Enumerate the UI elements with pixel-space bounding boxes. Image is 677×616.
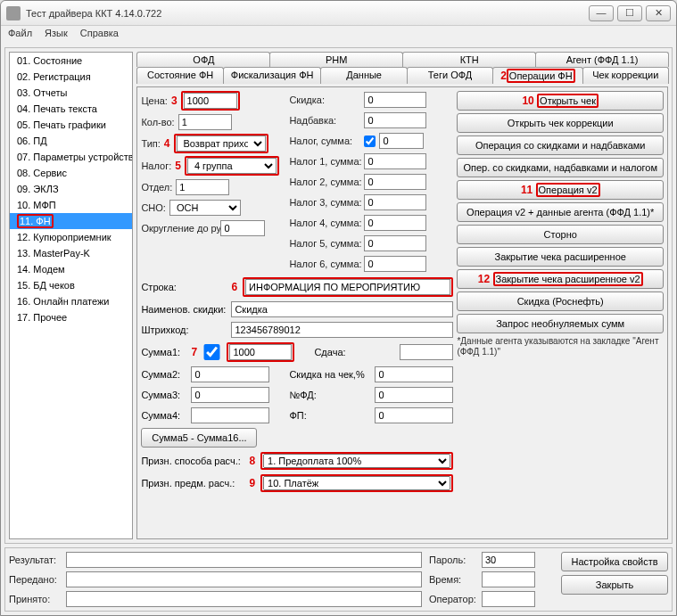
action-button-6[interactable]: Сторно [457, 225, 664, 244]
tax-label: Налог: [141, 160, 171, 171]
addon-label: Надбавка: [289, 115, 360, 126]
tax1-input[interactable] [364, 153, 426, 169]
tab-Теги ОФД[interactable]: Теги ОФД [407, 67, 493, 84]
dept-input[interactable] [176, 179, 229, 195]
change-input[interactable] [400, 344, 453, 360]
sidebar-item-0[interactable]: 01. Состояние [10, 53, 132, 69]
action-button-4[interactable]: 11 Операция v2 [457, 180, 664, 200]
addon-input[interactable] [364, 112, 426, 128]
recv-label: Принято: [9, 594, 62, 604]
action-button-5[interactable]: Операция v2 + данные агента (ФФД 1.1)* [457, 202, 664, 222]
tax5-input[interactable] [364, 235, 426, 251]
sidebar-item-11[interactable]: 12. Купюроприемник [10, 229, 132, 245]
action-button-0[interactable]: 10 Открыть чек [457, 91, 664, 111]
fp-input[interactable] [375, 407, 453, 423]
tax3-input[interactable] [364, 194, 426, 210]
pwd-field[interactable] [482, 552, 535, 568]
sum4-label: Сумма4: [141, 410, 186, 421]
tab-Операции ФН[interactable]: 2Операции ФН [492, 67, 583, 84]
round-input[interactable] [220, 220, 265, 236]
chkdisc-input[interactable] [375, 366, 453, 382]
sent-label: Передано: [9, 574, 62, 585]
paysubj-label: Призн. предм. расч.: [141, 478, 244, 489]
sum2-label: Сумма2: [141, 369, 186, 380]
tab-Агент (ФФД 1.1)[interactable]: Агент (ФФД 1.1) [535, 52, 669, 67]
sidebar-item-9[interactable]: 10. МФП [10, 197, 132, 213]
discount-input[interactable] [364, 92, 426, 108]
qty-input[interactable] [178, 114, 232, 130]
sidebar-item-16[interactable]: 17. Прочее [10, 309, 132, 325]
taxsum-input[interactable] [379, 133, 424, 149]
action-button-1[interactable]: Открыть чек коррекции [457, 113, 664, 133]
sum2-input[interactable] [191, 366, 269, 382]
sidebar-item-7[interactable]: 08. Сервис [10, 165, 132, 181]
menu-lang[interactable]: Язык [45, 28, 68, 42]
sent-field[interactable] [66, 571, 422, 587]
taxsum-check[interactable] [364, 136, 376, 147]
tax-select[interactable]: 4 группа [187, 158, 277, 174]
sidebar-item-1[interactable]: 02. Регистрация [10, 69, 132, 85]
tax1-label: Налог 1, сумма: [289, 156, 360, 167]
tab-Данные[interactable]: Данные [320, 67, 407, 84]
string-input[interactable] [245, 279, 450, 295]
sidebar-item-15[interactable]: 16. Онлайн платежи [10, 293, 132, 309]
paymethod-label: Призн. способа расч.: [141, 456, 244, 466]
sno-label: СНО: [141, 202, 166, 213]
close-app-button[interactable]: Закрыть [561, 575, 668, 595]
sidebar-item-12[interactable]: 13. MasterPay-K [10, 245, 132, 261]
tab-Состояние ФН[interactable]: Состояние ФН [136, 67, 223, 84]
action-button-8[interactable]: 12 Закрытие чека расширенное v2 [457, 269, 664, 289]
sidebar-item-6[interactable]: 07. Параметры устройства [10, 149, 132, 165]
fp-label: ФП: [289, 410, 369, 421]
sum1-check[interactable] [202, 344, 221, 360]
paysubj-select[interactable]: 10. Платёж [263, 476, 450, 490]
price-input[interactable] [184, 93, 237, 109]
action-button-2[interactable]: Операция со скидками и надбавками [457, 136, 664, 155]
sidebar-item-14[interactable]: 15. БД чеков [10, 277, 132, 293]
sidebar-item-4[interactable]: 05. Печать графики [10, 117, 132, 133]
sidebar-item-13[interactable]: 14. Модем [10, 261, 132, 277]
discname-input[interactable] [231, 301, 453, 317]
tab-Фискализация ФН[interactable]: Фискализация ФН [223, 67, 322, 84]
tab-ОФД[interactable]: ОФД [136, 52, 270, 67]
props-button[interactable]: Настройка свойств [561, 552, 668, 571]
minimize-button[interactable]: — [589, 5, 614, 21]
sno-select[interactable]: ОСН [169, 200, 241, 216]
menu-file[interactable]: Файл [8, 28, 32, 42]
fd-input[interactable] [375, 387, 453, 403]
fd-label: №ФД: [289, 390, 369, 400]
result-field[interactable] [66, 552, 422, 568]
sum3-input[interactable] [191, 387, 269, 403]
sidebar-item-10[interactable]: 11. ФН [10, 213, 132, 229]
time-label: Время: [429, 574, 478, 585]
paymethod-select[interactable]: 1. Предоплата 100% [263, 454, 450, 468]
tab-РНМ[interactable]: РНМ [269, 52, 403, 67]
tax6-input[interactable] [364, 256, 426, 272]
sum3-label: Сумма3: [141, 390, 186, 400]
tax2-input[interactable] [364, 174, 426, 190]
tab-Чек коррекции[interactable]: Чек коррекции [582, 67, 669, 84]
close-button[interactable]: ✕ [646, 5, 671, 21]
action-button-3[interactable]: Опер. со скидками, надбавками и налогом [457, 158, 664, 177]
sidebar: 01. Состояние02. Регистрация03. Отчеты04… [9, 52, 133, 539]
sidebar-item-8[interactable]: 09. ЭКЛЗ [10, 181, 132, 197]
sum1-input[interactable] [229, 344, 292, 360]
type-select[interactable]: Возврат приход [177, 136, 266, 152]
menu-help[interactable]: Справка [80, 28, 119, 42]
tax4-input[interactable] [364, 215, 426, 231]
sidebar-item-3[interactable]: 04. Печать текста [10, 101, 132, 117]
action-button-10[interactable]: Запрос необнуляемых сумм [457, 314, 664, 333]
sum4-input[interactable] [191, 407, 269, 423]
maximize-button[interactable]: ☐ [617, 5, 642, 21]
action-button-9[interactable]: Скидка (Роснефть) [457, 292, 664, 311]
sums-button[interactable]: Сумма5 - Сумма16... [141, 428, 257, 448]
oper-field[interactable] [482, 591, 535, 607]
barcode-input[interactable] [231, 322, 453, 338]
tab-КТН[interactable]: КТН [402, 52, 536, 67]
action-button-7[interactable]: Закрытие чека расширенное [457, 247, 664, 267]
time-field[interactable] [482, 571, 535, 587]
sidebar-item-5[interactable]: 06. ПД [10, 133, 132, 149]
sidebar-item-2[interactable]: 03. Отчеты [10, 85, 132, 101]
recv-field[interactable] [66, 591, 422, 607]
tax4-label: Налог 4, сумма: [289, 218, 360, 228]
